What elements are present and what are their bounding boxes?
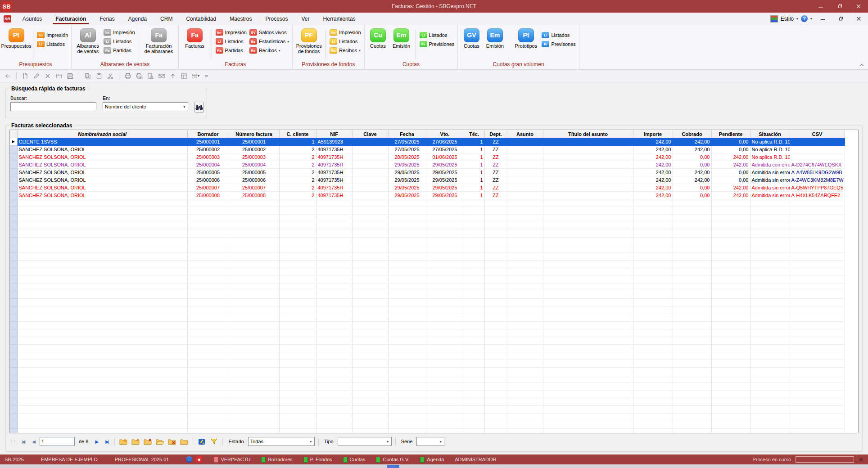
search-button[interactable] <box>194 102 204 112</box>
menu-app-icon[interactable]: SB <box>4 15 11 22</box>
search-input[interactable] <box>10 102 96 111</box>
delete-x-icon[interactable] <box>44 72 52 80</box>
help-icon[interactable]: ? <box>801 15 808 22</box>
column-header[interactable]: Borrador <box>187 130 229 138</box>
tab-agenda[interactable]: Agenda <box>128 13 147 25</box>
folder-badge-red-button[interactable] <box>143 437 153 446</box>
collapse-ribbon-chevron-icon[interactable] <box>860 63 863 67</box>
tab-contabilidad[interactable]: Contabilidad <box>186 13 216 25</box>
cuotas-button[interactable]: Cu Cuotas <box>368 27 389 61</box>
column-header[interactable]: Importe <box>633 130 673 138</box>
prototipos-button[interactable]: Pt Prototipos <box>513 27 539 61</box>
column-header[interactable]: Pendiente <box>711 130 750 138</box>
close-icon[interactable] <box>849 0 868 13</box>
facturas-impresion-button[interactable]: ImImpresión <box>216 29 247 36</box>
tab-procesos[interactable]: Procesos <box>266 13 288 25</box>
back-arrow-icon[interactable] <box>4 72 12 80</box>
filter-funnel-icon[interactable] <box>209 437 219 446</box>
record-position-input[interactable] <box>40 437 75 446</box>
tab-maestros[interactable]: Maestros <box>230 13 252 25</box>
table-row[interactable]: SANCHEZ SOLSONA, ORIOL25/00000325/000003… <box>10 153 845 161</box>
print-icon[interactable] <box>124 72 132 80</box>
column-header[interactable]: Título del asunto <box>543 130 633 138</box>
column-header[interactable]: Dept. <box>484 130 507 138</box>
copy-icon[interactable] <box>84 72 92 80</box>
table-row[interactable]: ▶CLIENTE 1SVSS25/00000125/0000011A591399… <box>10 138 845 146</box>
window-restore-icon[interactable] <box>833 14 848 24</box>
cut-scissors-icon[interactable] <box>106 72 114 80</box>
print-options-icon[interactable] <box>135 72 143 80</box>
gv-listados-button[interactable]: LiListados <box>542 32 575 38</box>
tab-ferias[interactable]: Ferias <box>99 13 114 25</box>
column-header[interactable]: C. cliente <box>279 130 316 138</box>
table-row[interactable]: SANCHEZ SOLSONA, ORIOL25/00000725/000007… <box>10 184 845 192</box>
cuotas-emision-button[interactable]: Em Emisión <box>391 27 412 61</box>
column-header[interactable]: Vto. <box>426 130 464 138</box>
search-field-select[interactable]: Nombre del cliente▼ <box>103 102 188 111</box>
presupuestos-button[interactable]: Pt Presupuestos <box>3 27 29 61</box>
save-floppy-icon[interactable] <box>66 72 74 80</box>
estadisticas-button[interactable]: EsEstadísticas▾ <box>249 38 289 45</box>
folder-plain-button[interactable] <box>179 437 189 446</box>
folder-open-button[interactable] <box>155 437 165 446</box>
gv-cuotas-button[interactable]: GV Cuotas <box>461 27 482 61</box>
cuotas-listados-button[interactable]: LiListados <box>420 32 455 38</box>
albaranes-partidas-button[interactable]: PaPartidas <box>104 47 135 54</box>
facturacion-albaranes-button[interactable]: Fa Facturación de albaranes <box>143 27 175 61</box>
preview-search-icon[interactable] <box>146 72 154 80</box>
table-row[interactable]: SANCHEZ SOLSONA, ORIOL25/00000225/000002… <box>10 146 845 153</box>
facturas-listados-button[interactable]: LiListados <box>216 38 247 45</box>
table-row[interactable]: SANCHEZ SOLSONA, ORIOL25/00000525/000005… <box>10 169 845 176</box>
presupuestos-impresion-button[interactable]: ImImpresión <box>37 32 68 38</box>
tipo-select[interactable]: ▾ <box>338 437 392 446</box>
albaranes-listados-button[interactable]: LiListados <box>104 38 135 45</box>
tab-asuntos[interactable]: Asuntos <box>23 13 42 25</box>
table-row[interactable]: SANCHEZ SOLSONA, ORIOL25/00000425/000004… <box>10 161 845 169</box>
estilo-dropdown-icon[interactable]: ▾ <box>796 17 798 21</box>
prev-record-button[interactable]: ◀ <box>29 439 37 444</box>
provisiones-button[interactable]: PF Provisiones de fondos <box>296 27 322 61</box>
window-minimize-icon[interactable] <box>815 14 830 24</box>
facturas-partidas-button[interactable]: PaPartidas <box>216 47 247 54</box>
recibos-button[interactable]: ReRecibos▾ <box>249 47 289 54</box>
paste-icon[interactable] <box>95 72 103 80</box>
table-row[interactable]: SANCHEZ SOLSONA, ORIOL25/00000825/000008… <box>10 192 845 199</box>
column-header[interactable]: CSV <box>790 130 845 138</box>
edit-pencil-icon[interactable] <box>32 72 41 80</box>
column-header[interactable]: Nombre/razón social <box>17 130 187 138</box>
provisiones-recibos-button[interactable]: ReRecibos▾ <box>330 47 361 54</box>
folder-badge-orange-button[interactable] <box>131 437 140 446</box>
help-dropdown-icon[interactable]: ▾ <box>810 17 812 21</box>
tab-ver[interactable]: Ver <box>302 13 310 25</box>
data-window-icon[interactable] <box>180 72 188 80</box>
restore-icon[interactable] <box>830 0 849 13</box>
folder-delete-button[interactable] <box>167 437 177 446</box>
folder-new-button[interactable] <box>118 437 128 446</box>
new-document-icon[interactable] <box>21 72 29 80</box>
estado-select[interactable]: Todas▾ <box>248 437 315 446</box>
open-folder-icon[interactable] <box>55 72 63 80</box>
upload-arrow-icon[interactable] <box>169 72 177 80</box>
invoices-grid[interactable]: Nombre/razón socialBorradorNúmero factur… <box>9 130 859 433</box>
saldos-vivos-button[interactable]: SVSaldos vivos <box>249 29 289 36</box>
aeat-taxes-button[interactable] <box>197 437 207 446</box>
table-row[interactable]: SANCHEZ SOLSONA, ORIOL25/00000625/000006… <box>10 176 845 184</box>
column-header[interactable]: Situación <box>750 130 790 138</box>
provisiones-listados-button[interactable]: LiListados <box>330 38 361 45</box>
process-close-icon[interactable]: ✕ <box>859 456 863 463</box>
send-email-icon[interactable] <box>158 72 166 80</box>
albaranes-button[interactable]: Al Albaranes de ventas <box>75 27 101 61</box>
drag-grip-icon[interactable]: ⋮⋮ <box>9 439 16 444</box>
tab-crm[interactable]: CRM <box>160 13 172 25</box>
minimize-icon[interactable] <box>811 0 830 13</box>
serie-select[interactable]: ▾ <box>416 437 444 446</box>
cuotas-previsiones-button[interactable]: PrPrevisiones <box>420 41 455 47</box>
column-header[interactable]: Clave <box>352 130 388 138</box>
column-header[interactable]: Asunto <box>507 130 543 138</box>
last-record-button[interactable]: ▶| <box>103 439 111 444</box>
toolbar-overflow-icon[interactable] <box>203 72 211 80</box>
column-header[interactable]: Número factura <box>229 130 279 138</box>
column-header[interactable]: NIF <box>316 130 352 138</box>
next-record-button[interactable]: ▶ <box>92 439 100 444</box>
estilo-button[interactable]: Estilo <box>781 16 794 22</box>
